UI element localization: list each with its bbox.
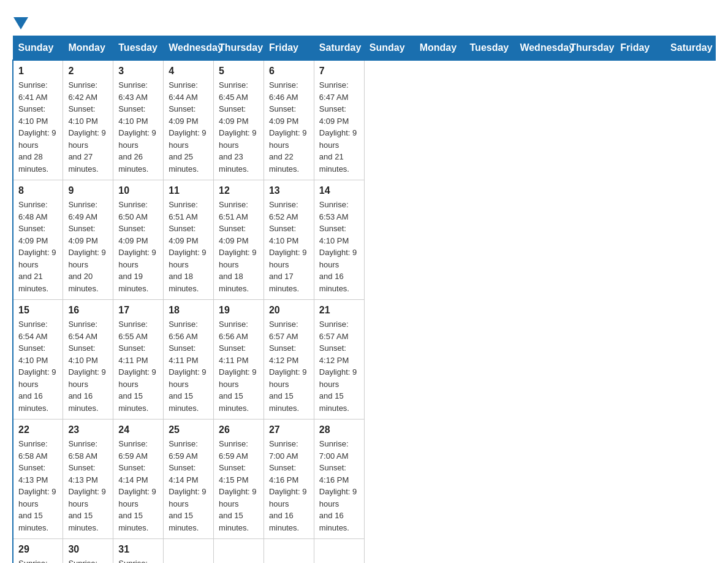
calendar-cell: 15Sunrise: 6:54 AMSunset: 4:10 PMDayligh… [13, 300, 63, 419]
day-info: Sunrise: 6:57 AMSunset: 4:12 PMDaylight:… [269, 318, 309, 414]
calendar-cell [264, 539, 314, 564]
calendar-cell: 1Sunrise: 6:41 AMSunset: 4:10 PMDaylight… [13, 60, 63, 180]
day-info: Sunrise: 6:56 AMSunset: 4:11 PMDaylight:… [169, 318, 208, 414]
calendar-cell [314, 539, 364, 564]
day-number: 28 [319, 424, 359, 435]
header-day-saturday: Saturday [665, 36, 716, 61]
day-info: Sunrise: 6:56 AMSunset: 4:11 PMDaylight:… [219, 318, 259, 414]
day-info: Sunrise: 6:46 AMSunset: 4:09 PMDaylight:… [269, 79, 309, 175]
day-number: 12 [219, 185, 259, 196]
calendar-cell: 16Sunrise: 6:54 AMSunset: 4:10 PMDayligh… [63, 300, 113, 419]
day-number: 15 [18, 305, 58, 316]
header-day-tuesday: Tuesday [464, 36, 515, 61]
day-number: 29 [18, 544, 58, 555]
calendar-cell: 2Sunrise: 6:42 AMSunset: 4:10 PMDaylight… [63, 60, 113, 180]
calendar-cell: 30Sunrise: 7:00 AMSunset: 4:18 PMDayligh… [63, 539, 113, 564]
day-info: Sunrise: 6:58 AMSunset: 4:13 PMDaylight:… [68, 438, 108, 534]
day-number: 27 [269, 424, 309, 435]
day-info: Sunrise: 7:01 AMSunset: 4:19 PMDaylight:… [118, 557, 158, 563]
calendar-table: SundayMondayTuesdayWednesdayThursdayFrid… [12, 36, 716, 563]
calendar-cell: 10Sunrise: 6:50 AMSunset: 4:09 PMDayligh… [113, 180, 164, 300]
day-info: Sunrise: 6:48 AMSunset: 4:09 PMDaylight:… [18, 199, 58, 294]
day-info: Sunrise: 6:47 AMSunset: 4:09 PMDaylight:… [319, 79, 359, 175]
day-number: 14 [319, 185, 359, 196]
day-number: 4 [169, 66, 208, 77]
header-day-thursday: Thursday [214, 36, 264, 61]
page-header [12, 12, 716, 29]
day-info: Sunrise: 6:59 AMSunset: 4:14 PMDaylight:… [169, 438, 208, 534]
day-number: 3 [118, 66, 158, 77]
header-day-wednesday: Wednesday [515, 36, 565, 61]
day-number: 1 [18, 66, 58, 77]
calendar-cell: 6Sunrise: 6:46 AMSunset: 4:09 PMDaylight… [264, 60, 314, 180]
day-number: 17 [118, 305, 158, 316]
day-number: 9 [68, 185, 108, 196]
calendar-cell: 18Sunrise: 6:56 AMSunset: 4:11 PMDayligh… [164, 300, 214, 419]
calendar-week-row: 1Sunrise: 6:41 AMSunset: 4:10 PMDaylight… [13, 60, 716, 180]
calendar-cell: 28Sunrise: 7:00 AMSunset: 4:16 PMDayligh… [314, 419, 364, 539]
day-info: Sunrise: 6:57 AMSunset: 4:12 PMDaylight:… [319, 318, 359, 414]
calendar-week-row: 8Sunrise: 6:48 AMSunset: 4:09 PMDaylight… [13, 180, 716, 300]
header-day-friday: Friday [264, 36, 314, 61]
calendar-cell: 11Sunrise: 6:51 AMSunset: 4:09 PMDayligh… [164, 180, 214, 300]
calendar-cell: 12Sunrise: 6:51 AMSunset: 4:09 PMDayligh… [214, 180, 264, 300]
calendar-week-row: 22Sunrise: 6:58 AMSunset: 4:13 PMDayligh… [13, 419, 716, 539]
logo [12, 12, 29, 29]
calendar-cell: 5Sunrise: 6:45 AMSunset: 4:09 PMDaylight… [214, 60, 264, 180]
day-number: 8 [18, 185, 58, 196]
calendar-cell: 9Sunrise: 6:49 AMSunset: 4:09 PMDaylight… [63, 180, 113, 300]
header-day-thursday: Thursday [565, 36, 615, 61]
calendar-cell: 14Sunrise: 6:53 AMSunset: 4:10 PMDayligh… [314, 180, 364, 300]
calendar-cell: 7Sunrise: 6:47 AMSunset: 4:09 PMDaylight… [314, 60, 364, 180]
calendar-cell [214, 539, 264, 564]
day-number: 30 [68, 544, 108, 555]
calendar-cell: 22Sunrise: 6:58 AMSunset: 4:13 PMDayligh… [13, 419, 63, 539]
day-number: 10 [118, 185, 158, 196]
day-info: Sunrise: 7:00 AMSunset: 4:16 PMDaylight:… [319, 438, 359, 534]
calendar-cell: 13Sunrise: 6:52 AMSunset: 4:10 PMDayligh… [264, 180, 314, 300]
logo-text [12, 12, 29, 29]
day-number: 26 [219, 424, 259, 435]
day-info: Sunrise: 6:42 AMSunset: 4:10 PMDaylight:… [68, 79, 108, 175]
header-day-friday: Friday [615, 36, 665, 61]
calendar-cell: 17Sunrise: 6:55 AMSunset: 4:11 PMDayligh… [113, 300, 164, 419]
day-number: 18 [169, 305, 208, 316]
day-info: Sunrise: 7:00 AMSunset: 4:18 PMDaylight:… [68, 557, 108, 563]
day-number: 22 [18, 424, 58, 435]
calendar-cell: 8Sunrise: 6:48 AMSunset: 4:09 PMDaylight… [13, 180, 63, 300]
day-number: 23 [68, 424, 108, 435]
calendar-week-row: 29Sunrise: 7:00 AMSunset: 4:17 PMDayligh… [13, 539, 716, 564]
calendar-cell [164, 539, 214, 564]
header-day-tuesday: Tuesday [113, 36, 164, 61]
day-info: Sunrise: 6:51 AMSunset: 4:09 PMDaylight:… [169, 199, 208, 294]
day-number: 11 [169, 185, 208, 196]
day-number: 24 [118, 424, 158, 435]
day-info: Sunrise: 6:41 AMSunset: 4:10 PMDaylight:… [18, 79, 58, 175]
day-number: 20 [269, 305, 309, 316]
day-info: Sunrise: 6:55 AMSunset: 4:11 PMDaylight:… [118, 318, 158, 414]
calendar-cell: 24Sunrise: 6:59 AMSunset: 4:14 PMDayligh… [113, 419, 164, 539]
day-info: Sunrise: 6:53 AMSunset: 4:10 PMDaylight:… [319, 199, 359, 294]
day-info: Sunrise: 6:59 AMSunset: 4:15 PMDaylight:… [219, 438, 259, 534]
calendar-cell: 26Sunrise: 6:59 AMSunset: 4:15 PMDayligh… [214, 419, 264, 539]
day-number: 19 [219, 305, 259, 316]
calendar-cell: 4Sunrise: 6:44 AMSunset: 4:09 PMDaylight… [164, 60, 214, 180]
day-info: Sunrise: 6:54 AMSunset: 4:10 PMDaylight:… [68, 318, 108, 414]
day-number: 7 [319, 66, 359, 77]
header-day-wednesday: Wednesday [164, 36, 214, 61]
day-info: Sunrise: 6:49 AMSunset: 4:09 PMDaylight:… [68, 199, 108, 294]
day-number: 6 [269, 66, 309, 77]
calendar-cell: 31Sunrise: 7:01 AMSunset: 4:19 PMDayligh… [113, 539, 164, 564]
day-info: Sunrise: 6:50 AMSunset: 4:09 PMDaylight:… [118, 199, 158, 294]
day-number: 25 [169, 424, 208, 435]
day-number: 16 [68, 305, 108, 316]
day-info: Sunrise: 6:58 AMSunset: 4:13 PMDaylight:… [18, 438, 58, 534]
calendar-cell: 25Sunrise: 6:59 AMSunset: 4:14 PMDayligh… [164, 419, 214, 539]
header-day-saturday: Saturday [314, 36, 364, 61]
header-day-monday: Monday [63, 36, 113, 61]
day-info: Sunrise: 6:51 AMSunset: 4:09 PMDaylight:… [219, 199, 259, 294]
header-day-sunday: Sunday [364, 36, 414, 61]
calendar-cell: 20Sunrise: 6:57 AMSunset: 4:12 PMDayligh… [264, 300, 314, 419]
logo-triangle-icon [13, 17, 28, 29]
day-info: Sunrise: 6:59 AMSunset: 4:14 PMDaylight:… [118, 438, 158, 534]
